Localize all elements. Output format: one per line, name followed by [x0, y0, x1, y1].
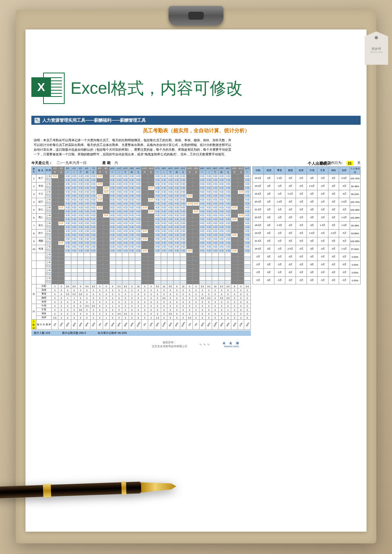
hang-tag: 图参网 BAOTU.COM [365, 31, 388, 65]
section-bar: 🔧 人力资源管理实用工具——薪酬福利——薪酬管理工具 [31, 116, 361, 125]
document-paper: X Excel格式，内容可修改 🔧 人力资源管理实用工具——薪酬福利——薪酬管理… [25, 29, 367, 532]
total-people-label: 累计人数 [34, 332, 45, 334]
brand-en: WEIMING WAVE [223, 345, 240, 348]
excel-icon: X [31, 73, 65, 104]
totals-bar: 累计人数 210 累计出勤天数 206.5 本月累计出勤率 98.33% [31, 330, 251, 336]
tag-main: 图参网 [372, 47, 381, 51]
month-rate-label: 本月累计出勤率 [98, 332, 117, 334]
stats-title: 个人出勤统计 [308, 161, 331, 166]
tag-sub: BAOTU.COM [370, 51, 382, 53]
clipboard: X Excel格式，内容可修改 🔧 人力资源管理实用工具——薪酬福利——薪酬管理… [16, 10, 376, 543]
brand-name: 未 名 湖 [223, 341, 240, 345]
date-label: 今天是公元： [31, 161, 53, 166]
clipboard-clip [169, 6, 223, 26]
workday-value: 21 [347, 161, 353, 166]
total-people: 210 [45, 332, 50, 334]
company-name: 北京未名湖管理咨询有限公司 [152, 344, 187, 348]
subtitle: 员工考勤表（超实用，全自动计算、统计分析） [31, 127, 361, 134]
excel-title: Excel格式，内容可修改 [71, 77, 243, 99]
attendance-table: 序号姓 名时 间1日2日3日4日5日6日7日8日9日10日11日12日13日14… [31, 166, 251, 330]
weekday-value: 六 [114, 161, 118, 166]
wave-logo: ∿∿∿ [199, 343, 211, 346]
excel-header: X Excel格式，内容可修改 [31, 73, 361, 104]
total-days: 206.5 [79, 332, 86, 334]
stats-table: 出勤病假事假婚假丧假年假生育倒休加班个人本月 出 19.5天.0天1.0天.0天… [252, 166, 361, 284]
footer: 版权所有： 北京未名湖管理咨询有限公司 ∿∿∿ 未 名 湖 WEIMING WA… [31, 341, 361, 348]
copyright-label: 版权所有： [152, 341, 187, 344]
section-title: 人力资源管理实用工具——薪酬福利——薪酬管理工具 [42, 117, 146, 123]
description: 说明：本员工考勤表可以用来记录一个月度内每位员工、每天的出勤明细情况，包括每位员… [31, 137, 235, 159]
month-rate: 98.33% [118, 332, 127, 334]
weekday-label: 星 期 [102, 161, 110, 166]
workday-unit: 天 [357, 161, 361, 166]
wrench-icon: 🔧 [34, 118, 40, 123]
date-value: 二○一九年六月一日 [56, 161, 87, 166]
total-days-label: 累计出勤天数 [62, 332, 78, 334]
